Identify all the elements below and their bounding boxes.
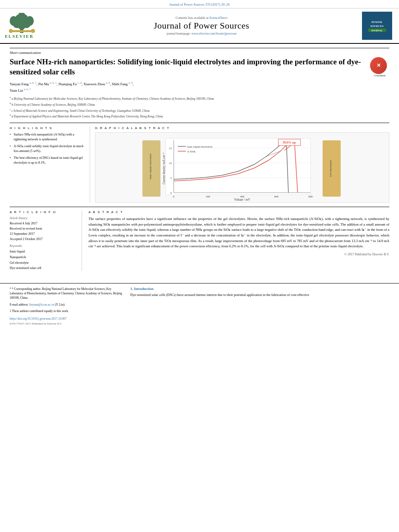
svg-text:800: 800 bbox=[309, 195, 313, 198]
svg-text:A-SiO₂: A-SiO₂ bbox=[187, 150, 195, 153]
doi-link[interactable]: https://doi.org/10.1016/j.jpowsour.2017.… bbox=[10, 317, 67, 320]
revised-date: Received in revised form12 September 201… bbox=[10, 226, 77, 237]
svg-text:SOURCES: SOURCES bbox=[370, 25, 383, 28]
journal-header: ELSEVIER Contents lists available at Sci… bbox=[0, 8, 399, 44]
footnote-1: 1 These authors contributed equally to t… bbox=[10, 309, 122, 313]
keywords-list: Ionic-liquid Nanoparticle Gel electrolyt… bbox=[10, 249, 77, 271]
keyword-4: Dye-sensitized solar cell bbox=[10, 265, 77, 271]
corresponding-note: * * Corresponding author. Beijing Nation… bbox=[10, 287, 122, 300]
svg-text:200: 200 bbox=[206, 195, 210, 198]
footer-left: * * Corresponding author. Beijing Nation… bbox=[10, 287, 122, 326]
info-abstract-section: A R T I C L E I N F O Article history: R… bbox=[10, 207, 389, 271]
affiliation-d: d d Department of Applied Physics and Ma… bbox=[10, 113, 389, 119]
affiliation-b: b b University of Chinese Academy of Sci… bbox=[10, 102, 389, 107]
elsevier-text: ELSEVIER bbox=[5, 34, 34, 39]
abstract-text: The surface properties of nanoparticles … bbox=[88, 216, 389, 249]
authors: Yanyan Fang a, b, 1, Pin Ma a, b, 1, Nia… bbox=[10, 81, 389, 93]
title-text: Surface NH₂-rich nanoparticles: Solidify… bbox=[10, 58, 361, 76]
svg-text:Voltage / mV: Voltage / mV bbox=[234, 198, 250, 201]
crossmark-icon: ✕ bbox=[370, 57, 387, 74]
highlight-item-3: The best efficiency of DSCs based on ion… bbox=[10, 156, 86, 165]
article-content: Short communication Surface NH₂-rich nan… bbox=[0, 44, 399, 279]
power-logo-box: POWER SOURCES JOURNAL bbox=[362, 12, 392, 40]
highlight-item-2: A-SiO₂ could solidify ionic-liquid elect… bbox=[10, 144, 86, 154]
article-info-column: A R T I C L E I N F O Article history: R… bbox=[10, 210, 82, 271]
accepted-date: Accepted 2 October 2017 bbox=[10, 237, 77, 242]
highlights-label: H I G H L I G H T S bbox=[10, 126, 86, 130]
journal-header-center: Contents lists available at ScienceDirec… bbox=[41, 16, 362, 35]
page: Journal of Power Sources 370 (2017) 20–2… bbox=[0, 0, 399, 532]
highlights-graphical-section: H I G H L I G H T S Surface NH₂-rich nan… bbox=[10, 123, 389, 203]
power-logo-image: POWER SOURCES JOURNAL bbox=[366, 19, 388, 33]
svg-text:JOURNAL: JOURNAL bbox=[371, 29, 383, 32]
abstract-label: A B S T R A C T bbox=[88, 210, 389, 214]
svg-rect-9 bbox=[11, 30, 33, 32]
homepage-url[interactable]: www.elsevier.com/locate/jpowsour bbox=[191, 32, 237, 35]
article-history-label: Article history: bbox=[10, 216, 77, 220]
keyword-3: Gel electrolyte bbox=[10, 260, 77, 266]
crossmark-label: CrossMark bbox=[370, 74, 389, 78]
highlight-item-1: Surface NH₂-rich nanoparticle (A-SiO₂) w… bbox=[10, 132, 86, 142]
ga-chart-svg: Ionic liquid electrolyte Current density… bbox=[95, 134, 389, 201]
keyword-1: Ionic-liquid bbox=[10, 249, 77, 255]
intro-section-heading: 1. Introduction bbox=[130, 287, 389, 291]
affiliation-a: a a Beijing National Laboratory for Mole… bbox=[10, 96, 389, 101]
page-footer: * * Corresponding author. Beijing Nation… bbox=[0, 283, 399, 329]
highlights-list: Surface NH₂-rich nanoparticle (A-SiO₂) w… bbox=[10, 132, 86, 165]
svg-text:10: 10 bbox=[169, 162, 172, 165]
keywords-label: Keywords: bbox=[10, 244, 77, 248]
article-info-label: A R T I C L E I N F O bbox=[10, 210, 77, 214]
contents-available-line: Contents lists available at ScienceDirec… bbox=[41, 16, 362, 20]
journal-top-bar: Journal of Power Sources 370 (2017) 20–2… bbox=[0, 0, 399, 8]
svg-text:600: 600 bbox=[274, 195, 279, 198]
power-sources-logo: POWER SOURCES JOURNAL bbox=[362, 12, 394, 40]
elsevier-tree-icon bbox=[5, 13, 39, 33]
svg-text:Ionic liquid electrolyte: Ionic liquid electrolyte bbox=[149, 154, 152, 179]
footer-right: 1. Introduction Dye-sensitized solar cel… bbox=[130, 287, 389, 326]
svg-text:0: 0 bbox=[173, 195, 175, 198]
svg-text:ionic liquid electrolyte: ionic liquid electrolyte bbox=[187, 145, 212, 148]
journal-name: Journal of Power Sources bbox=[41, 21, 362, 31]
author-yanyan: Yanyan Fang a, b, 1, Pin Ma a, b, 1, Nia… bbox=[10, 82, 134, 86]
intro-text: Dye-sensitized solar cells (DSCs) have a… bbox=[130, 292, 389, 298]
homepage-line: journal homepage: www.elsevier.com/locat… bbox=[41, 32, 362, 35]
svg-text:15: 15 bbox=[169, 147, 172, 150]
email-link[interactable]: linyuan@iccas.ac.cn bbox=[29, 303, 54, 306]
elsevier-logo: ELSEVIER bbox=[5, 13, 41, 39]
abstract-column: A B S T R A C T The surface properties o… bbox=[88, 210, 389, 271]
author-yuan: Yuan Lin a, b, * bbox=[10, 88, 31, 92]
svg-point-10 bbox=[9, 29, 13, 33]
svg-text:0: 0 bbox=[171, 191, 172, 195]
svg-text:5: 5 bbox=[171, 177, 172, 180]
svg-text:Current density /mA cm⁻²: Current density /mA cm⁻² bbox=[162, 152, 166, 184]
footer-doi-section: https://doi.org/10.1016/j.jpowsour.2017.… bbox=[10, 316, 122, 321]
highlights-column: H I G H L I G H T S Surface NH₂-rich nan… bbox=[10, 126, 90, 203]
article-title: Surface NH₂-rich nanoparticles: Solidify… bbox=[10, 57, 389, 77]
graphical-abstract-image: Ionic liquid electrolyte Current density… bbox=[95, 132, 389, 203]
svg-text:Gel electrolyte: Gel electrolyte bbox=[329, 160, 332, 177]
affiliations: a a Beijing National Laboratory for Mole… bbox=[10, 96, 389, 119]
svg-point-11 bbox=[31, 29, 35, 33]
svg-text:POWER: POWER bbox=[372, 21, 383, 24]
journal-volume-info: Journal of Power Sources 370 (2017) 20–2… bbox=[169, 2, 230, 6]
affiliation-c: c c School of Materials Science and Engi… bbox=[10, 108, 389, 113]
article-type: Short communication bbox=[10, 48, 389, 55]
received-date: Received 4 July 2017 bbox=[10, 221, 77, 226]
graphical-abstract-column: G R A P H I C A L A B S T R A C T Ionic … bbox=[95, 126, 389, 203]
crossmark-badge: ✕ CrossMark bbox=[370, 57, 389, 76]
footer-issn: 0378-7753/© 2017 Published by Elsevier B… bbox=[10, 322, 122, 326]
email-line: E-mail address: linyuan@iccas.ac.cn (Y. … bbox=[10, 302, 122, 307]
svg-text:30.6% up: 30.6% up bbox=[283, 141, 296, 144]
corresponding-text: * Corresponding author. Beijing National… bbox=[10, 287, 122, 300]
article-dates: Received 4 July 2017 Received in revised… bbox=[10, 221, 77, 242]
graphical-abstract-label: G R A P H I C A L A B S T R A C T bbox=[95, 126, 389, 130]
abstract-copyright: © 2017 Published by Elsevier B.V. bbox=[88, 253, 389, 256]
keyword-2: Nanoparticle bbox=[10, 255, 77, 260]
science-direct-link[interactable]: ScienceDirect bbox=[210, 16, 228, 20]
